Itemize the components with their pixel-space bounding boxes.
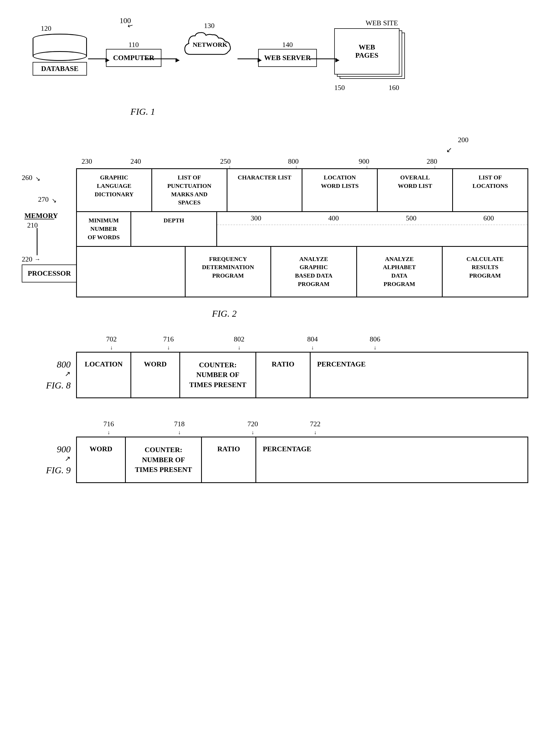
cell-depth: DEPTH (131, 212, 217, 246)
page-front: WEBPAGES (334, 28, 399, 74)
arrow-fig9: ↗ (22, 455, 76, 463)
fig9-col1: WORD (77, 437, 126, 482)
db-bottom-ellipse (33, 51, 87, 61)
arrow-716-9: ↓ (82, 429, 136, 435)
num-600: 600 (450, 214, 527, 222)
network-text: NETWORK (193, 41, 228, 48)
ref-110: 110 (106, 41, 162, 49)
arrow-db-comp: ▶ (105, 57, 110, 63)
database-label: DATABASE (33, 62, 87, 76)
arrow-702: ↓ (82, 344, 141, 351)
fig9-num-row: 716 718 720 722 (82, 420, 528, 428)
fig8-label: FIG. 8 (22, 380, 76, 391)
arrow-718: ↓ (136, 429, 223, 435)
prog-alphabet: ANALYZEALPHABETDATAPROGRAM (357, 247, 443, 297)
arrow-804: ↓ (282, 344, 342, 351)
fig9-num-722: 722 (282, 420, 348, 428)
vert-line-to-proc (37, 228, 38, 255)
arrow-806: ↓ (342, 344, 408, 351)
fig9-table: WORD COUNTER:NUMBER OFTIMES PRESENT RATI… (76, 437, 528, 483)
cell-loc-word-lists: LOCATIONWORD LISTS (302, 169, 378, 211)
fig9-main: 900 ↗ FIG. 9 WORD COUNTER:NUMBER OFTIMES… (22, 437, 528, 483)
num-300: 300 (217, 214, 294, 222)
cell-empty-left (77, 247, 186, 297)
memory-underline (24, 219, 54, 219)
side-labels-area: 260 270 ↘ ↘ MEMORY 210 220 → PROCESSOR (22, 168, 76, 304)
arrow-720: ↓ (223, 429, 282, 435)
arrow-802: ↓ (196, 344, 282, 351)
cell-min-words: MINIMUMNUMBEROF WORDS (77, 212, 131, 246)
cloud-shape: NETWORK (179, 30, 239, 63)
arrow-fig8: ↗ (22, 370, 76, 378)
fig8-num-804: 804 (282, 335, 342, 343)
fig2-diagram: 200 ↙ 230 240 250 ↓ 800 ↓ 900 ↓ 280 ↓ 26… (22, 136, 528, 319)
fig8-num-702: 702 (82, 335, 141, 343)
prog-nums-area: 300 400 500 600 (217, 212, 527, 246)
ref-140: 140 (258, 41, 317, 49)
arrow-net-ws: ▶ (258, 57, 262, 63)
fig8-col4: RATIO (256, 353, 310, 397)
fig8-ref-label: 800 (22, 359, 76, 370)
fig2-top-nums: 230 240 250 ↓ 800 ↓ 900 ↓ 280 ↓ (76, 155, 516, 168)
processor-group: 220 → PROCESSOR (22, 255, 77, 282)
fig9-left: 900 ↗ FIG. 9 (22, 444, 76, 475)
arrow-220: → (35, 256, 41, 263)
fig8-col5: PERCENTAGE (310, 353, 372, 397)
fig8-num-802: 802 (196, 335, 282, 343)
ref-130: 130 (177, 22, 242, 30)
fig8-left: 800 ↗ FIG. 8 (22, 359, 76, 391)
fig9-ref-label: 900 (22, 444, 76, 455)
line-comp-net (145, 58, 177, 59)
computer-group: 110 COMPUTER (106, 41, 162, 67)
fig1-caption: FIG. 1 (131, 107, 155, 117)
page: 100 ↙ 120 DATABASE 110 COMPUTER 130 NETW… (0, 0, 550, 756)
prog-num-row: 300 400 500 600 (217, 212, 527, 225)
website-group: WEB SITE WEBPAGES 150 160 (334, 19, 416, 92)
processor-box: PROCESSOR (22, 265, 77, 282)
cell-loc-list: LIST OFLOCATIONS (453, 169, 527, 211)
memory-top-row: GRAPHICLANGUAGEDICTIONARY LIST OFPUNCTUA… (77, 169, 527, 212)
cell-overall-word: OVERALLWORD LIST (378, 169, 453, 211)
num-500: 500 (372, 214, 450, 222)
ref-220: 220 (22, 255, 32, 263)
fig9-col4: PERCENTAGE (256, 437, 318, 482)
cell-punct-list: LIST OFPUNCTUATIONMARKS ANDSPACES (152, 169, 228, 211)
fig9-num-720: 720 (223, 420, 282, 428)
arrow-comp-net: ▶ (176, 57, 180, 63)
fig9-col2: COUNTER:NUMBER OFTIMES PRESENT (126, 437, 202, 482)
ref-260: 260 (22, 174, 32, 182)
ref-160: 160 (388, 84, 416, 92)
fig2-main: 260 270 ↘ ↘ MEMORY 210 220 → PROCESSOR (22, 168, 528, 304)
website-title: WEB SITE (348, 19, 416, 27)
ref-270: 270 (38, 195, 49, 204)
fig8-col2: WORD (131, 353, 180, 397)
memory-programs-row: FREQUENCYDETERMINATIONPROGRAM ANALYZEGRA… (77, 247, 527, 297)
num-240: 240 (131, 157, 141, 166)
cell-char-list: CHARACTER LIST (228, 169, 303, 211)
computer-label: COMPUTER (106, 49, 162, 67)
ref-210: 210 (27, 221, 38, 229)
num-230: 230 (82, 157, 92, 166)
web-pages-label: WEBPAGES (355, 43, 378, 60)
ref-200: 200 (22, 136, 528, 144)
arrow-900: ↓ (365, 164, 368, 170)
arrow-ws-site: ▶ (335, 57, 339, 63)
arrow-800: ↓ (295, 164, 297, 170)
webserver-label: WEB SERVER (258, 49, 317, 67)
fig9-num-716: 716 (82, 420, 136, 428)
num-400: 400 (295, 214, 372, 222)
arrow-722: ↓ (282, 429, 348, 435)
fig8-num-row: 702 716 802 804 806 (82, 335, 528, 343)
arrow-260: ↘ (35, 175, 40, 182)
line-db-comp (88, 58, 107, 59)
fig8-num-716: 716 (141, 335, 196, 343)
arrow-716-8: ↓ (141, 344, 196, 351)
arrow-280: ↓ (433, 164, 436, 170)
prog-frequency: FREQUENCYDETERMINATIONPROGRAM (186, 247, 271, 297)
fig9-diagram: 716 718 720 722 ↓ ↓ ↓ ↓ 900 ↗ FIG. 9 WOR… (22, 420, 528, 483)
fig8-col3: COUNTER:NUMBER OFTIMES PRESENT (180, 353, 256, 397)
arrow-270: ↘ (52, 197, 57, 204)
fig8-col1: LOCATION (77, 353, 131, 397)
cell-graphic-dict: GRAPHICLANGUAGEDICTIONARY (77, 169, 152, 211)
ref-120: 120 (41, 24, 87, 33)
